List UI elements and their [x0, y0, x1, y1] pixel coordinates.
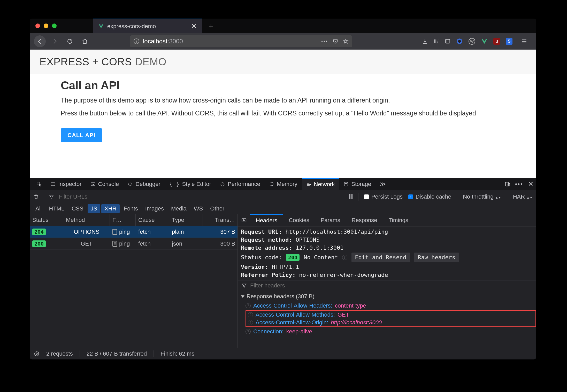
- downloads-icon[interactable]: [422, 38, 428, 44]
- nav-reload-button[interactable]: [64, 35, 76, 47]
- svg-rect-6: [51, 183, 55, 186]
- response-headers-list: ? Access-Control-Allow-Headers: content-…: [238, 302, 536, 338]
- clear-button[interactable]: [33, 194, 39, 200]
- window-controls: [30, 23, 62, 28]
- edit-resend-button[interactable]: Edit and Resend: [351, 253, 410, 262]
- filter-urls-input[interactable]: [59, 193, 116, 200]
- col-method[interactable]: Method: [63, 214, 110, 226]
- svg-point-8: [129, 183, 132, 185]
- window-zoom-button[interactable]: [52, 23, 57, 28]
- library-icon[interactable]: [433, 38, 439, 44]
- disable-cache-checkbox[interactable]: ✓Disable cache: [408, 193, 451, 200]
- devtools-tab-debugger[interactable]: Debugger: [124, 178, 165, 190]
- svg-rect-0: [446, 40, 450, 43]
- nav-back-button[interactable]: [34, 35, 46, 47]
- svg-point-11: [344, 182, 348, 183]
- type-filter-js[interactable]: JS: [88, 204, 101, 213]
- call-api-button[interactable]: CALL API: [61, 128, 102, 142]
- response-header-row: ? Access-Control-Allow-Methods: GET: [248, 311, 534, 318]
- raw-headers-button[interactable]: Raw headers: [414, 253, 459, 262]
- pocket-icon[interactable]: [333, 38, 338, 44]
- file-icon: [112, 229, 117, 235]
- persist-logs-checkbox[interactable]: Persist Logs: [364, 193, 403, 200]
- page-header-strong: EXPRESS + CORS: [40, 56, 132, 67]
- svg-rect-7: [91, 183, 95, 186]
- devtools-tab-style-editor[interactable]: { }Style Editor: [165, 178, 215, 190]
- type-filter-fonts[interactable]: Fonts: [121, 204, 141, 213]
- pick-element-button[interactable]: [32, 178, 46, 190]
- sidebar-icon[interactable]: [445, 38, 450, 44]
- detail-tab-response[interactable]: Response: [346, 214, 383, 226]
- header-help-icon[interactable]: ?: [248, 312, 253, 317]
- header-help-icon[interactable]: ?: [248, 320, 253, 325]
- extension-icon-1[interactable]: [456, 38, 463, 45]
- pause-icon[interactable]: [349, 194, 353, 199]
- nav-home-button[interactable]: [79, 35, 91, 47]
- devtools-tab-network[interactable]: Network: [302, 178, 339, 190]
- responsive-design-icon[interactable]: [505, 181, 510, 187]
- type-filter-css[interactable]: CSS: [68, 204, 86, 213]
- svg-point-16: [36, 353, 37, 355]
- devtools-menu-button[interactable]: •••: [515, 181, 523, 187]
- detail-tab-headers[interactable]: Headers: [250, 214, 283, 226]
- page-actions-icon[interactable]: •••: [321, 39, 328, 44]
- col-file[interactable]: F…: [110, 214, 136, 226]
- nav-forward-button[interactable]: [49, 35, 61, 47]
- svg-rect-10: [270, 183, 273, 185]
- bookmark-star-icon[interactable]: [343, 38, 349, 44]
- devtools-tab-inspector[interactable]: Inspector: [46, 178, 86, 190]
- status-help-icon[interactable]: ?: [342, 255, 347, 260]
- site-info-icon[interactable]: i: [134, 38, 139, 44]
- detail-toggle-button[interactable]: [238, 214, 250, 226]
- devtools-tab-memory[interactable]: Memory: [265, 178, 301, 190]
- ublock-icon[interactable]: u: [493, 38, 500, 45]
- detail-tab-cookies[interactable]: Cookies: [283, 214, 315, 226]
- tab-title: express-cors-demo: [107, 23, 156, 30]
- file-icon: [112, 241, 117, 247]
- type-filter-all[interactable]: All: [32, 204, 45, 213]
- address-bar[interactable]: i localhost:3000 •••: [130, 35, 352, 47]
- window-close-button[interactable]: [35, 23, 40, 28]
- app-menu-button[interactable]: [518, 35, 530, 47]
- type-filter-html[interactable]: HTML: [46, 204, 67, 213]
- type-filter-other[interactable]: Other: [207, 204, 227, 213]
- devtools-tab-overflow[interactable]: ≫: [376, 178, 390, 190]
- col-type[interactable]: Type: [169, 214, 203, 226]
- type-filter-xhr[interactable]: XHR: [101, 204, 119, 213]
- extension-icon-2[interactable]: W: [469, 38, 475, 45]
- response-headers-toggle[interactable]: Response headers (307 B): [238, 291, 536, 302]
- devtools-tab-performance[interactable]: Performance: [216, 178, 264, 190]
- header-help-icon[interactable]: ?: [246, 303, 251, 308]
- header-help-icon[interactable]: ?: [246, 329, 251, 334]
- type-filter-media[interactable]: Media: [168, 204, 190, 213]
- stylus-icon[interactable]: S: [506, 38, 512, 45]
- col-cause[interactable]: Cause: [136, 214, 169, 226]
- devtools-tab-storage[interactable]: Storage: [339, 178, 375, 190]
- devtools-close-button[interactable]: ✕: [528, 180, 534, 188]
- tab-close-button[interactable]: ✕: [191, 22, 197, 30]
- type-filter-images[interactable]: Images: [142, 204, 167, 213]
- throttling-select[interactable]: No throttling ▲▼: [463, 193, 501, 200]
- devtools-tab-console[interactable]: Console: [86, 178, 123, 190]
- type-filter-ws[interactable]: WS: [191, 204, 206, 213]
- browser-tab-active[interactable]: express-cors-demo ✕: [93, 19, 202, 33]
- detail-tab-timings[interactable]: Timings: [383, 214, 414, 226]
- response-header-row: ? Access-Control-Allow-Origin: http://lo…: [248, 319, 534, 326]
- response-header-row: ? Access-Control-Allow-Headers: content-…: [246, 302, 536, 309]
- vue-devtools-icon[interactable]: [481, 38, 488, 45]
- filter-icon: [241, 283, 247, 288]
- perf-analysis-icon[interactable]: [34, 351, 40, 357]
- col-transferred[interactable]: Trans…: [203, 214, 238, 226]
- network-row[interactable]: 200 GET ping fetch json 300 B: [30, 238, 237, 250]
- network-row[interactable]: 204 OPTIONS ping fetch plain 307 B: [30, 226, 237, 238]
- svg-rect-12: [505, 182, 509, 186]
- col-status[interactable]: Status: [30, 214, 63, 226]
- svg-point-2: [458, 40, 461, 43]
- filter-headers-input[interactable]: [250, 282, 533, 289]
- request-summary: Request URL: http://localhost:3001/api/p…: [238, 226, 536, 280]
- window-minimize-button[interactable]: [44, 23, 48, 28]
- svg-rect-13: [508, 183, 510, 186]
- har-menu[interactable]: HAR ▲▼: [513, 193, 533, 200]
- detail-tab-params[interactable]: Params: [315, 214, 346, 226]
- new-tab-button[interactable]: ＋: [202, 21, 220, 31]
